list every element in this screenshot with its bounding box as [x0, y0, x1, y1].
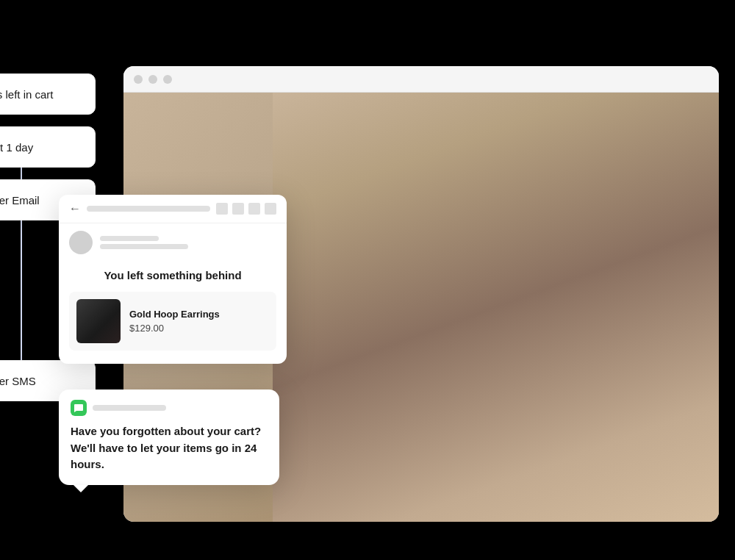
wait-card[interactable]: Wait 1 day	[0, 126, 96, 168]
email-action-icon-4[interactable]	[265, 203, 276, 215]
product-info: Gold Hoop Earrings $129.00	[129, 309, 220, 334]
email-action-icon-3[interactable]	[248, 203, 260, 215]
email-action-label: Reminder Email	[0, 194, 40, 207]
sms-sender-name	[93, 405, 166, 411]
browser-dot-1	[134, 75, 143, 84]
email-action-icon-2[interactable]	[232, 203, 244, 215]
product-card: Gold Hoop Earrings $129.00	[69, 292, 276, 351]
email-sender-row	[59, 223, 287, 259]
product-thumb-image	[76, 299, 121, 343]
sender-name-line	[100, 236, 159, 241]
scene: Earrings left in cart Wait 1 day Reminde…	[0, 0, 735, 560]
sms-header	[71, 400, 268, 416]
email-address-bar	[87, 206, 210, 212]
sms-message: Have you forgotten about your cart? We'l…	[71, 423, 268, 473]
browser-dot-2	[148, 75, 157, 84]
model-background	[273, 93, 720, 522]
browser-dot-3	[163, 75, 172, 84]
sender-email-line	[100, 244, 188, 249]
sms-action-label: Reminder SMS	[0, 375, 36, 387]
wait-label: Wait 1 day	[0, 141, 33, 154]
email-subject: You left something behind	[69, 269, 276, 281]
trigger-card[interactable]: Earrings left in cart	[0, 73, 96, 115]
sender-info	[100, 236, 188, 249]
trigger-label: Earrings left in cart	[0, 88, 54, 101]
email-header-icons	[216, 203, 276, 215]
email-action-icon-1[interactable]	[216, 203, 228, 215]
product-thumbnail	[76, 299, 121, 343]
email-popup-header: ←	[59, 195, 287, 223]
email-body: You left something behind Gold Hoop Earr…	[59, 259, 287, 364]
back-arrow-icon[interactable]: ←	[69, 202, 81, 215]
sender-avatar	[69, 231, 93, 254]
sms-app-icon	[71, 400, 87, 416]
email-popup: ← You left something behind	[59, 195, 287, 364]
browser-titlebar	[123, 66, 719, 93]
product-price: $129.00	[129, 323, 220, 334]
sms-popup: Have you forgotten about your cart? We'l…	[59, 390, 279, 485]
product-name: Gold Hoop Earrings	[129, 309, 220, 320]
